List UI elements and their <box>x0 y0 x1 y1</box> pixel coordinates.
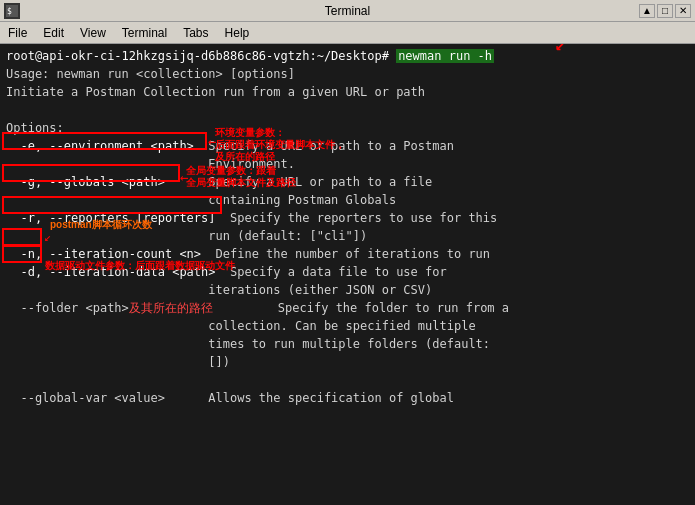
output-line-20: --global-var <value> Allows the specific… <box>6 389 689 407</box>
window-controls: ▲ □ ✕ <box>639 4 691 18</box>
menu-tabs[interactable]: Tabs <box>179 24 212 42</box>
prompt-line: root@api-okr-ci-12hkzgsijq-d6b886c86-vgt… <box>6 48 689 65</box>
prompt-text: root@api-okr-ci-12hkzgsijq-d6b886c86-vgt… <box>6 49 396 63</box>
output-line-3: Initiate a Postman Collection run from a… <box>6 83 689 101</box>
output-line-17: times to run multiple folders (default: <box>6 335 689 353</box>
output-line-6: -e, --environment <path> Specify a URL o… <box>6 137 689 155</box>
menu-bar: File Edit View Terminal Tabs Help <box>0 22 695 44</box>
menu-view[interactable]: View <box>76 24 110 42</box>
close-button[interactable]: ✕ <box>675 4 691 18</box>
output-line-4 <box>6 101 689 119</box>
menu-terminal[interactable]: Terminal <box>118 24 171 42</box>
window-title: Terminal <box>325 4 370 18</box>
output-line-7: Environment. <box>6 155 689 173</box>
svg-text:$: $ <box>7 7 12 16</box>
output-line-5: Options: <box>6 119 689 137</box>
terminal-content: root@api-okr-ci-12hkzgsijq-d6b886c86-vgt… <box>0 44 695 505</box>
output-line-19 <box>6 371 689 389</box>
output-line-11: run (default: ["cli"]) <box>6 227 689 245</box>
maximize-button[interactable]: □ <box>657 4 673 18</box>
output-line-18: []) <box>6 353 689 371</box>
output-line-10: -r, --reporters [reporters] Specify the … <box>6 209 689 227</box>
output-line-13: -d, --iteration-data <path> Specify a da… <box>6 263 689 281</box>
terminal-icon: $ <box>4 3 20 19</box>
output-line-9: containing Postman Globals <box>6 191 689 209</box>
command-text: newman run -h <box>396 49 494 63</box>
title-bar-left: $ <box>4 3 20 19</box>
output-line-8: -g, --globals <path> Specify a URL or pa… <box>6 173 689 191</box>
output-line-16: collection. Can be specified multiple <box>6 317 689 335</box>
menu-help[interactable]: Help <box>221 24 254 42</box>
menu-file[interactable]: File <box>4 24 31 42</box>
output-line-12: -n, --iteration-count <n> Define the num… <box>6 245 689 263</box>
menu-edit[interactable]: Edit <box>39 24 68 42</box>
output-line-15: --folder <path>及其所在的路径 Specify the folde… <box>6 299 689 317</box>
title-bar: $ Terminal ▲ □ ✕ <box>0 0 695 22</box>
output-line-14: iterations (either JSON or CSV) <box>6 281 689 299</box>
minimize-button[interactable]: ▲ <box>639 4 655 18</box>
output-line-1: Usage: newman run <collection> [options] <box>6 65 689 83</box>
